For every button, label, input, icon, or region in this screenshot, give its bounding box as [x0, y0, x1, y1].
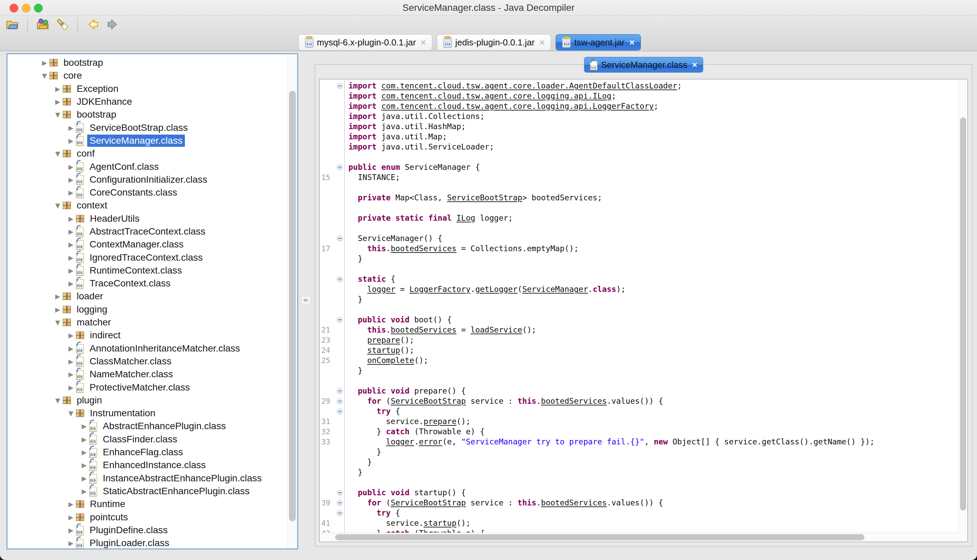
editor-hscroll-thumb[interactable]: [335, 534, 864, 540]
code-link[interactable]: bootedServices: [541, 397, 607, 405]
tree-item[interactable]: ▶ClassFinder.class: [7, 433, 287, 446]
code-link[interactable]: bootedServices: [391, 244, 457, 253]
tree-item[interactable]: ▶loader: [7, 290, 287, 303]
tree-item-label[interactable]: Instrumentation: [87, 407, 158, 419]
expand-arrow-icon[interactable]: ▶: [79, 422, 89, 430]
expand-arrow-icon[interactable]: ▶: [66, 280, 76, 287]
fold-collapse-icon[interactable]: [337, 500, 342, 506]
tree-item[interactable]: ▶AgentConf.class: [7, 160, 287, 173]
tree-item-label[interactable]: matcher: [74, 316, 113, 328]
tree-item-label[interactable]: bootstrap: [61, 57, 105, 69]
tree-item[interactable]: ▶ContextManager.class: [7, 238, 287, 251]
tree-item-label[interactable]: AgentConf.class: [87, 161, 161, 173]
tree-item-label[interactable]: ClassFinder.class: [100, 433, 179, 445]
code-link[interactable]: com.tencent.cloud.tsw.agent.core.logging…: [381, 92, 612, 100]
tree-item[interactable]: ▶AbstractEnhancePlugin.class: [7, 420, 287, 433]
expand-arrow-icon[interactable]: ▶: [66, 176, 76, 183]
jar-tab[interactable]: mysql-6.x-plugin-0.0.1.jar×: [299, 34, 432, 50]
tree-item[interactable]: ▶HeaderUtils: [7, 212, 287, 225]
tree-item-label[interactable]: AbstractTraceContext.class: [87, 225, 208, 238]
code-link[interactable]: logger: [367, 285, 395, 293]
tree-item-label[interactable]: ServiceBootStrap.class: [87, 122, 190, 134]
tree-scrollbar-thumb[interactable]: [289, 91, 296, 522]
open-jar-button[interactable]: [36, 18, 50, 32]
editor-tab[interactable]: ServiceManager.class ×: [584, 57, 703, 73]
tree-item[interactable]: ▶indirect: [7, 329, 287, 342]
code-link[interactable]: prepare: [367, 336, 400, 344]
tree-item-label[interactable]: IgnoredTraceContext.class: [87, 252, 205, 264]
back-button[interactable]: [86, 18, 100, 32]
tree-item[interactable]: ▶ConfigurationInitializer.class: [7, 173, 287, 186]
expand-arrow-icon[interactable]: ▶: [66, 254, 76, 262]
expand-arrow-icon[interactable]: ▶: [66, 163, 76, 170]
expand-arrow-icon[interactable]: ▶: [79, 462, 89, 469]
tree-item-label[interactable]: NameMatcher.class: [87, 368, 175, 380]
tree-item[interactable]: ▶bootstrap: [7, 56, 287, 69]
collapse-arrow-icon[interactable]: ▼: [53, 150, 63, 157]
tree-item-label[interactable]: ConfigurationInitializer.class: [87, 173, 210, 186]
expand-arrow-icon[interactable]: ▶: [66, 137, 76, 144]
tree-item[interactable]: ▼plugin: [7, 394, 287, 407]
tree-item-label[interactable]: HeaderUtils: [87, 213, 142, 225]
code-link[interactable]: com.tencent.cloud.tsw.agent.core.loader.…: [381, 82, 677, 90]
fold-collapse-icon[interactable]: [337, 276, 342, 282]
expand-arrow-icon[interactable]: ▶: [53, 85, 63, 93]
editor-tab-close-icon[interactable]: ×: [692, 60, 697, 70]
collapse-arrow-icon[interactable]: ▼: [66, 410, 76, 417]
tree-item-label[interactable]: pointcuts: [87, 511, 130, 523]
expand-arrow-icon[interactable]: ▶: [66, 513, 76, 521]
tree-item-label[interactable]: indirect: [87, 329, 123, 342]
expand-arrow-icon[interactable]: ▶: [66, 527, 76, 534]
tree-item[interactable]: ▶CoreConstants.class: [7, 186, 287, 199]
tree-item[interactable]: ▼core: [7, 69, 287, 82]
code-link[interactable]: ServiceBootStrap: [391, 397, 466, 405]
tree-item-label[interactable]: StaticAbstractEnhancePlugin.class: [100, 485, 252, 497]
expand-arrow-icon[interactable]: ▶: [66, 332, 76, 339]
jar-tab[interactable]: jedis-plugin-0.0.1.jar×: [437, 34, 551, 50]
tree-item-label[interactable]: core: [61, 70, 84, 82]
expand-arrow-icon[interactable]: ▶: [53, 306, 63, 313]
editor-horizontal-scrollbar[interactable]: [319, 533, 959, 542]
tree-item-label[interactable]: JDKEnhance: [74, 96, 134, 108]
tree-item[interactable]: ▶NameMatcher.class: [7, 368, 287, 381]
code-link[interactable]: bootedServices: [541, 498, 607, 507]
code-link[interactable]: ServiceBootStrap: [447, 193, 523, 202]
tree-item[interactable]: ▶TraceContext.class: [7, 277, 287, 290]
tree-item-label[interactable]: PluginDefine.class: [87, 524, 170, 536]
expand-arrow-icon[interactable]: ▶: [39, 59, 50, 67]
fold-collapse-icon[interactable]: [337, 408, 342, 414]
tree-item[interactable]: ▶EnhanceFlag.class: [7, 446, 287, 458]
expand-arrow-icon[interactable]: ▶: [79, 448, 89, 456]
fold-collapse-icon[interactable]: [337, 164, 342, 170]
tree-item-label[interactable]: AbstractEnhancePlugin.class: [100, 420, 228, 432]
tree-item[interactable]: ▶Runtime: [7, 498, 287, 510]
collapse-arrow-icon[interactable]: ▼: [53, 397, 63, 404]
tree-item[interactable]: ▼context: [7, 199, 287, 212]
fold-collapse-icon[interactable]: [337, 398, 342, 404]
tree-item-label[interactable]: PluginLoader.class: [87, 537, 172, 549]
tree-item-label[interactable]: context: [74, 199, 110, 212]
tree-item-label[interactable]: loader: [74, 290, 105, 302]
jar-tab-close-icon[interactable]: ×: [421, 37, 426, 48]
tree-item-label[interactable]: EnhancedInstance.class: [100, 459, 208, 471]
expand-arrow-icon[interactable]: ▶: [66, 539, 76, 547]
expand-arrow-icon[interactable]: ▶: [66, 228, 76, 235]
tree-item-label[interactable]: Runtime: [87, 498, 127, 510]
tree-item[interactable]: ▶InstanceAbstractEnhancePlugin.class: [7, 472, 287, 485]
code-link[interactable]: com.tencent.cloud.tsw.agent.core.logging…: [381, 102, 654, 110]
tree-item[interactable]: ▼bootstrap: [7, 108, 287, 121]
code-link[interactable]: LoggerFactory: [409, 285, 471, 293]
expand-arrow-icon[interactable]: ▶: [66, 267, 76, 274]
tree-item[interactable]: ▶RuntimeContext.class: [7, 264, 287, 277]
tree-item-label[interactable]: conf: [74, 147, 97, 160]
forward-button[interactable]: [106, 18, 119, 32]
expand-arrow-icon[interactable]: ▶: [66, 345, 76, 352]
expand-arrow-icon[interactable]: ▶: [66, 500, 76, 508]
search-button[interactable]: [56, 18, 69, 32]
tree-item[interactable]: ▶ServiceManager.class: [7, 134, 287, 147]
tree-item[interactable]: ▶IgnoredTraceContext.class: [7, 251, 287, 264]
fold-collapse-icon[interactable]: [337, 388, 342, 394]
tree-item-label[interactable]: ContextManager.class: [87, 238, 186, 250]
tree-item-label[interactable]: logging: [74, 303, 110, 316]
expand-arrow-icon[interactable]: ▶: [79, 436, 89, 443]
